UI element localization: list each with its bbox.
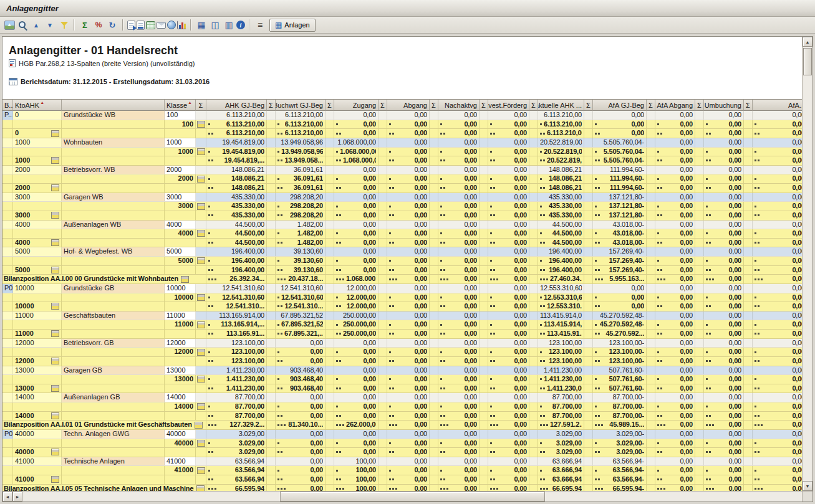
cell-sigma[interactable] (379, 457, 387, 466)
layout-icon[interactable] (254, 19, 266, 31)
table-row[interactable]: 2000Betriebsvorr. WB2000148.086,2136.091… (2, 166, 802, 175)
cell-amount[interactable]: 0,00 (704, 302, 744, 311)
cell-amount[interactable]: 0,00 (655, 366, 695, 375)
cell-sigma[interactable] (196, 247, 206, 256)
cell-amount[interactable]: 0,00 (334, 402, 379, 411)
cell-sigma[interactable] (480, 257, 488, 265)
cell-bereich[interactable] (2, 266, 13, 275)
table-row[interactable]: P00140000Techn. Anlagen GWG400003.029,00… (2, 430, 802, 439)
cell-amount[interactable]: 148.086,21 (538, 184, 584, 193)
table-row[interactable]: 41000Technische Anlagen4100063.566,940,0… (2, 457, 802, 467)
cell-amount[interactable]: 0,00 (276, 485, 326, 491)
cell-amount[interactable]: 1.068.000,00 (334, 148, 379, 156)
bilanzposition-cell[interactable]: Bilanzposition AA.I.00 00 Grundstücke mi… (2, 275, 206, 283)
cell-klasse[interactable]: 12000 (165, 339, 196, 348)
cell-amount[interactable]: 0,00 (753, 302, 802, 311)
cell-amount[interactable]: 0,00 (276, 457, 326, 466)
cell-bereich[interactable] (2, 129, 13, 138)
cell-sigma[interactable] (196, 174, 206, 183)
cell-amount[interactable]: 0,00 (334, 384, 379, 393)
cell-sigma[interactable] (430, 156, 438, 165)
cell-klasse[interactable]: 1000 (165, 148, 196, 156)
cell-amount[interactable]: 0,00 (334, 221, 379, 229)
cell-description[interactable]: Grundstücke WB (62, 111, 165, 120)
cell-amount[interactable]: 250.000,00 (334, 311, 379, 320)
cell-sigma[interactable] (196, 339, 206, 348)
cell-sigma[interactable] (695, 475, 704, 484)
cell-amount[interactable]: 27.460.34... (538, 275, 584, 283)
cell-amount[interactable]: 0,00 (704, 193, 744, 202)
cell-amount[interactable]: 298.208,20 (276, 211, 326, 220)
cell-amount[interactable]: 6.113.210,00 (206, 111, 267, 120)
cell-amount[interactable]: 0,00 (488, 475, 529, 484)
table-row[interactable]: 400044.500,001.482,000,000,000,000,0044.… (2, 229, 802, 239)
cell-sigma[interactable] (744, 247, 753, 256)
cell-sigma[interactable] (379, 348, 387, 356)
cell-ktoahk[interactable] (13, 348, 62, 356)
cell-sigma[interactable] (379, 311, 387, 320)
cell-amount[interactable]: 0,00 (655, 457, 695, 466)
cell-amount[interactable]: 0,00 (438, 311, 480, 320)
cell-sigma[interactable] (744, 156, 753, 165)
cell-sigma[interactable] (267, 293, 276, 302)
cell-sigma[interactable] (267, 402, 276, 411)
cell-amount[interactable]: 0,00 (704, 330, 744, 338)
cell-amount[interactable]: 0,00 (753, 375, 802, 384)
sort-descending-icon[interactable] (44, 19, 56, 31)
cell-sigma[interactable] (480, 311, 488, 320)
cell-description[interactable]: Techn. Anlagen GWG (62, 430, 165, 439)
cell-amount[interactable]: 0,00 (753, 174, 802, 183)
cell-sigma[interactable] (379, 430, 387, 439)
cell-amount[interactable]: 0,00 (753, 457, 802, 466)
cell-sigma[interactable] (647, 193, 655, 202)
cell-amount[interactable]: 0,00 (655, 402, 695, 411)
cell-amount[interactable]: 0,00 (334, 111, 379, 120)
cell-sigma[interactable] (196, 221, 206, 229)
cell-sigma[interactable] (196, 111, 206, 120)
table-row[interactable]: 3000435.330,00298.208,200,000,000,000,00… (2, 202, 802, 211)
cell-amount[interactable]: 113.415.914,... (538, 320, 584, 329)
cell-amount[interactable]: 87.700,00- (593, 393, 647, 402)
cell-sigma[interactable] (744, 202, 753, 211)
cell-amount[interactable]: 111.994,60- (593, 166, 647, 174)
column-header[interactable]: Zugang (334, 100, 379, 111)
cell-amount[interactable]: 0,00 (488, 393, 529, 402)
cell-sigma[interactable] (430, 266, 438, 275)
vertical-scroll-track[interactable] (803, 77, 813, 481)
cell-amount[interactable]: 36.091,61 (276, 174, 326, 183)
cell-amount[interactable]: 0,00 (438, 129, 480, 138)
cell-sigma[interactable] (647, 457, 655, 466)
table-row[interactable]: Bilanzposition AA.I.01 01 Grundstücke mi… (2, 421, 802, 430)
cell-sigma[interactable] (695, 375, 704, 384)
cell-amount[interactable]: 0,00 (276, 412, 326, 421)
cell-amount[interactable]: 0,00 (387, 375, 430, 384)
cell-sigma[interactable] (584, 320, 593, 329)
cell-sigma[interactable] (744, 311, 753, 320)
cell-amount[interactable]: 0,00 (334, 375, 379, 384)
cell-ktoahk[interactable]: 40000 (13, 430, 62, 439)
cell-sigma[interactable] (196, 384, 206, 393)
cell-amount[interactable]: 12.541.310... (276, 302, 326, 311)
cell-sigma[interactable] (379, 138, 387, 147)
cell-amount[interactable]: 148.086,21 (538, 166, 584, 174)
cell-description[interactable] (62, 466, 165, 475)
cell-sigma[interactable] (379, 120, 387, 129)
cell-amount[interactable]: 0,00 (438, 156, 480, 165)
cell-sigma[interactable] (196, 211, 206, 220)
drilldown-icon[interactable] (197, 176, 205, 183)
cell-sigma[interactable] (430, 247, 438, 256)
cell-amount[interactable]: 1.482,00 (276, 239, 326, 247)
table-view-icon[interactable] (195, 19, 208, 31)
cell-ktoahk[interactable]: 1000 (13, 138, 62, 147)
cell-sigma[interactable] (529, 111, 538, 120)
cell-sigma[interactable] (267, 384, 276, 393)
cell-sigma[interactable] (647, 320, 655, 329)
cell-amount[interactable]: 0,00 (387, 393, 430, 402)
cell-amount[interactable]: 0,00 (488, 430, 529, 439)
cell-klasse[interactable] (165, 184, 196, 193)
cell-ktoahk[interactable] (13, 202, 62, 211)
cell-amount[interactable]: 0,00 (655, 412, 695, 421)
cell-amount[interactable]: 1.482,00 (276, 221, 326, 229)
cell-bereich[interactable] (2, 339, 13, 348)
cell-amount[interactable]: 0,00 (438, 302, 480, 311)
